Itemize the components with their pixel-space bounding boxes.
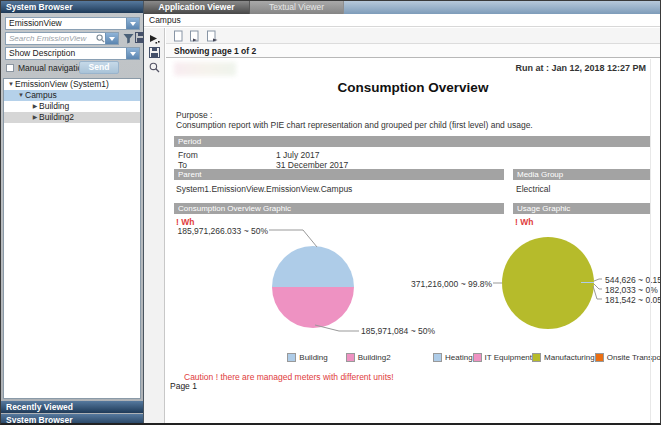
legend-item: Building — [287, 353, 327, 362]
legend-item: Heating — [433, 353, 473, 362]
page-icon[interactable] — [173, 30, 184, 42]
page-status: Showing page 1 of 2 — [166, 43, 660, 58]
consumption-pie-chart — [272, 246, 354, 328]
chevron-down-icon — [109, 37, 115, 41]
run-at-timestamp: Run at : Jan 12, 2018 12:27 PM — [515, 63, 646, 73]
run-arrow-icon — [149, 34, 161, 44]
usage-legend: Heating IT Equipment Manufacturing Onsit… — [433, 353, 651, 362]
media-group-section-header: Media Group — [513, 169, 651, 180]
viewer-top-toolbar — [166, 28, 660, 43]
save-icon — [149, 47, 160, 58]
expanded-arrow-icon[interactable]: ▼ — [7, 79, 15, 90]
callout-building2: 185,971,084 ~ 50% — [361, 326, 435, 336]
tree-item-label: Building — [39, 101, 69, 111]
blurred-logo — [174, 62, 236, 76]
callout-building: 185,971,266.033 ~ 50% — [174, 226, 268, 236]
zoom-button[interactable] — [148, 61, 161, 74]
panel-bar-recently-viewed[interactable]: Recently Viewed — [1, 401, 143, 413]
parent-section-header: Parent — [174, 169, 504, 180]
report-page: Run at : Jan 12, 2018 12:27 PM Consumpti… — [166, 59, 660, 423]
page-footer: Page 1 — [170, 381, 197, 391]
search-dropdown-button[interactable] — [105, 33, 118, 44]
send-button[interactable]: Send — [79, 61, 119, 74]
viewer-tab-bar: Application Viewer Textual Viewer — [144, 1, 660, 14]
dropdown-button[interactable] — [126, 18, 139, 29]
search-input[interactable] — [6, 34, 96, 43]
callout-manufacturing: 371,216,000 ~ 99.8% — [411, 279, 491, 289]
legend-swatch — [433, 353, 442, 362]
manual-navigation-label: Manual navigation — [18, 62, 87, 74]
dropdown-button[interactable] — [126, 48, 139, 59]
legend-swatch — [595, 353, 604, 362]
system-dropdown[interactable]: EmissionView — [5, 17, 140, 30]
legend-label: IT Equipment — [485, 353, 532, 362]
legend-label: Building — [299, 353, 327, 362]
from-value: 1 July 2017 — [276, 150, 319, 160]
consumption-graphic-header: Consumption Overview Graphic — [174, 203, 504, 214]
legend-swatch — [473, 353, 482, 362]
system-browser-header[interactable]: System Browser — [1, 1, 143, 13]
tree-item-label: Campus — [25, 90, 57, 100]
navigation-tree: ▼EmissionView (System1) ▼Campus ▶Buildin… — [3, 78, 141, 399]
media-group-value: Electrical — [516, 184, 550, 194]
tree-item-label: Building2 — [39, 112, 74, 122]
callout-onsite-transport: 181,542 ~ 0.05% — [605, 295, 660, 305]
legend-swatch — [532, 353, 541, 362]
report-right-edge — [650, 59, 651, 423]
legend-item: Manufacturing — [532, 353, 595, 362]
panel-bar-system-browser[interactable]: System Browser — [1, 414, 143, 425]
viewer-side-toolbar — [144, 28, 165, 423]
parent-value: System1.EmissionView.EmissionView.Campus — [176, 184, 352, 194]
chevron-down-icon — [130, 52, 136, 56]
legend-label: Onsite Transport — [607, 353, 660, 362]
tree-item-label: EmissionView (System1) — [15, 79, 109, 89]
tree-item-building2[interactable]: ▶Building2 — [4, 112, 140, 123]
purpose-label: Purpose : — [176, 110, 212, 120]
filter-icon[interactable] — [123, 33, 134, 44]
legend-item: IT Equipment — [473, 353, 532, 362]
collapsed-arrow-icon[interactable]: ▶ — [31, 101, 39, 112]
tab-application-viewer[interactable]: Application Viewer — [144, 1, 250, 14]
description-dropdown[interactable]: Show Description — [5, 47, 140, 60]
tree-item-emissionview[interactable]: ▼EmissionView (System1) — [4, 79, 140, 90]
legend-label: Heating — [445, 353, 473, 362]
caution-message: Caution ! there are managed meters with … — [184, 372, 394, 382]
tab-textual-viewer[interactable]: Textual Viewer — [250, 1, 344, 14]
breadcrumb: Campus — [144, 14, 660, 27]
tree-item-building[interactable]: ▶Building — [4, 101, 140, 112]
application-window: System Browser EmissionView Show Descrip… — [0, 0, 661, 425]
legend-item: Building2 — [346, 353, 391, 362]
report-title: Consumption Overview — [166, 80, 660, 95]
from-label: From — [178, 150, 198, 160]
purpose-text: Consumption report with PIE chart repres… — [176, 120, 533, 130]
legend-swatch — [287, 353, 296, 362]
system-dropdown-value: EmissionView — [6, 18, 126, 29]
collapsed-arrow-icon[interactable]: ▶ — [31, 112, 39, 123]
chevron-down-icon — [130, 22, 136, 26]
page-export-icon[interactable] — [206, 30, 219, 42]
run-report-button[interactable] — [148, 32, 161, 45]
save-report-button[interactable] — [148, 46, 161, 59]
legend-label: Manufacturing — [544, 353, 595, 362]
legend-swatch — [346, 353, 355, 362]
expanded-arrow-icon[interactable]: ▼ — [17, 90, 25, 101]
callout-heating: 544,626 ~ 0.15% — [605, 275, 660, 285]
unit-warning-right: ! Wh — [515, 217, 533, 227]
magnifier-icon — [149, 62, 160, 73]
system-browser-panel: System Browser EmissionView Show Descrip… — [1, 1, 144, 425]
period-section-header: Period — [174, 136, 651, 147]
search-icon — [96, 34, 105, 43]
callout-lines — [166, 59, 660, 423]
viewer-main: Showing page 1 of 2 Run at : Jan 12, 201… — [166, 28, 660, 423]
manual-navigation-checkbox[interactable] — [6, 64, 14, 72]
viewer-panel: Application Viewer Textual Viewer Campus — [144, 1, 660, 423]
description-dropdown-value: Show Description — [6, 48, 126, 59]
page-next-icon[interactable] — [189, 30, 201, 42]
legend-label: Building2 — [358, 353, 391, 362]
search-box[interactable] — [5, 32, 119, 45]
usage-pie-chart — [502, 237, 594, 329]
tree-item-campus[interactable]: ▼Campus — [4, 90, 140, 101]
usage-graphic-header: Usage Graphic — [513, 203, 651, 214]
